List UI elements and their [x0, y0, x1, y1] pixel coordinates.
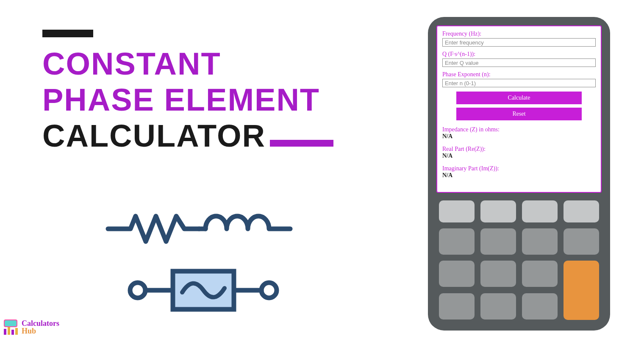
real-value: N/A — [442, 153, 596, 159]
impedance-label: Impedance (Z) in ohms: — [442, 126, 596, 133]
keypad-key[interactable] — [522, 293, 558, 320]
calculator-screen: Frequency (Hz): Q (F·s^(n-1)): Phase Exp… — [436, 25, 602, 193]
title-underline — [270, 140, 333, 147]
q-input[interactable] — [442, 58, 596, 67]
calculate-button[interactable]: Calculate — [456, 92, 582, 104]
title-accent-bar — [42, 30, 93, 37]
keypad-key[interactable] — [480, 200, 516, 222]
real-label: Real Part (Re(Z)): — [442, 146, 596, 153]
svg-rect-10 — [15, 328, 18, 335]
q-label: Q (F·s^(n-1)): — [442, 51, 596, 58]
keypad-key[interactable] — [480, 261, 516, 287]
page-title: CONSTANT PHASE ELEMENT CALCULATOR — [42, 30, 333, 154]
frequency-input[interactable] — [442, 38, 596, 47]
circuit-diagram-icon — [102, 199, 305, 320]
keypad-key[interactable] — [522, 228, 558, 255]
svg-rect-6 — [5, 320, 17, 326]
keypad-key[interactable] — [522, 261, 558, 287]
reset-button[interactable]: Reset — [456, 108, 582, 120]
keypad-key[interactable] — [439, 200, 475, 222]
imag-value: N/A — [442, 172, 596, 179]
frequency-label: Frequency (Hz): — [442, 31, 596, 37]
title-line-2: PHASE ELEMENT — [42, 82, 333, 118]
calculator-device: Frequency (Hz): Q (F·s^(n-1)): Phase Exp… — [428, 17, 610, 331]
keypad — [436, 200, 602, 320]
logo-text-2: Hub — [22, 327, 59, 335]
brand-logo: Calculators Hub — [2, 319, 59, 336]
svg-rect-7 — [4, 329, 6, 335]
impedance-value: N/A — [442, 133, 596, 140]
logo-text-1: Calculators — [22, 320, 59, 327]
imag-label: Imaginary Part (Im(Z)): — [442, 165, 596, 172]
keypad-key[interactable] — [522, 200, 558, 222]
svg-rect-8 — [8, 327, 10, 335]
title-line-1: CONSTANT — [42, 46, 333, 82]
keypad-key[interactable] — [564, 200, 599, 222]
keypad-key[interactable] — [439, 293, 475, 320]
title-line-3: CALCULATOR — [42, 118, 266, 153]
keypad-key[interactable] — [439, 261, 475, 287]
logo-icon — [2, 319, 19, 336]
keypad-key[interactable] — [564, 228, 599, 255]
keypad-equals-key[interactable] — [564, 261, 599, 320]
keypad-key[interactable] — [480, 228, 516, 255]
svg-point-3 — [261, 283, 277, 298]
keypad-key[interactable] — [480, 293, 516, 320]
svg-rect-9 — [11, 330, 14, 335]
n-label: Phase Exponent (n): — [442, 71, 596, 78]
n-input[interactable] — [442, 79, 596, 87]
keypad-key[interactable] — [439, 228, 475, 255]
